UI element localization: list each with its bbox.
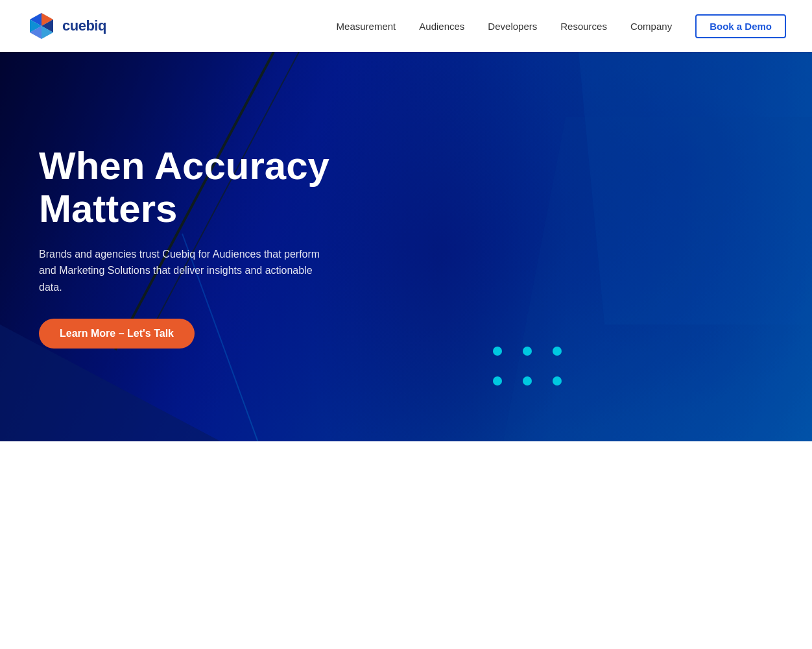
nav-measurement[interactable]: Measurement [337, 21, 396, 32]
hero-subtitle: Brands and agencies trust Cuebiq for Aud… [39, 246, 337, 296]
hero-content: When Accuracy Matters Brands and agencie… [0, 52, 376, 441]
main-nav: Measurement Audiences Developers Resourc… [337, 14, 786, 38]
right-center-shape [501, 117, 812, 441]
dot-4 [493, 376, 502, 386]
book-demo-button[interactable]: Book a Demo [695, 14, 786, 38]
hero-title: When Accuracy Matters [39, 145, 337, 230]
logo-text: cuebiq [62, 18, 106, 34]
site-header: cuebiq Measurement Audiences Developers … [0, 0, 812, 52]
svg-marker-9 [501, 117, 812, 441]
nav-audiences[interactable]: Audiences [419, 21, 464, 32]
dot-5 [523, 376, 532, 386]
nav-developers[interactable]: Developers [488, 21, 537, 32]
hero-cta-button[interactable]: Learn More – Let's Talk [39, 319, 195, 349]
hero-section: When Accuracy Matters Brands and agencie… [0, 52, 812, 441]
dot-3 [553, 347, 562, 356]
below-hero-section [0, 441, 812, 649]
cuebiq-logo-icon [26, 10, 57, 42]
nav-company[interactable]: Company [630, 21, 672, 32]
nav-resources[interactable]: Resources [560, 21, 607, 32]
dot-2 [523, 347, 532, 356]
dot-1 [493, 347, 502, 356]
dot-6 [553, 376, 562, 386]
logo[interactable]: cuebiq [26, 10, 106, 42]
dots-decoration [493, 347, 566, 389]
